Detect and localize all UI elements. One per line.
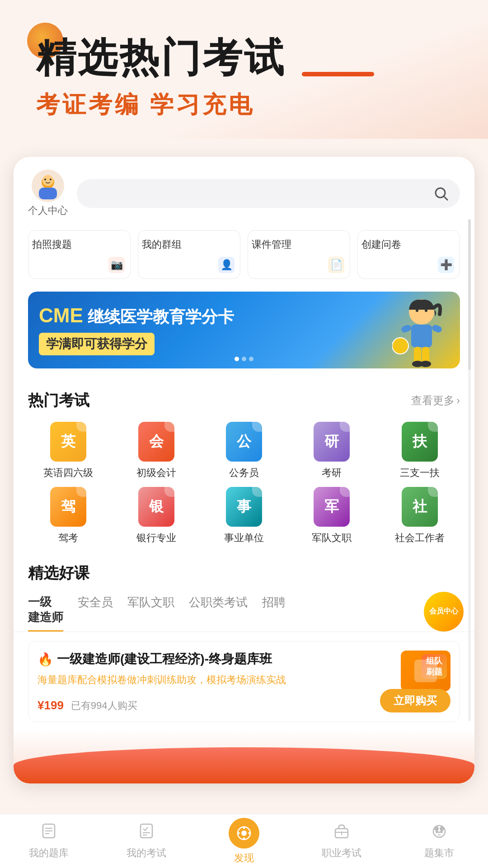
photo-label: 拍照搜题: [32, 238, 72, 251]
exam-label-institution: 事业单位: [224, 531, 264, 545]
quick-action-photo[interactable]: 拍照搜题 📷: [28, 230, 131, 279]
quick-actions: 拍照搜题 📷 我的群组 👤 课件管理 📄 创建问卷 ➕: [14, 225, 474, 288]
doc-icon: 📄: [328, 257, 344, 273]
exam-icon-sanzhiyifu: 扶: [402, 422, 438, 462]
exam-item-military[interactable]: 军 军队文职: [305, 487, 358, 545]
exam-item-accounting[interactable]: 会 初级会计: [130, 422, 183, 480]
wave-red: [14, 747, 474, 783]
exam-icon-civil: 公: [226, 422, 262, 462]
svg-point-16: [420, 361, 431, 367]
tab-public-exam[interactable]: 公职类考试: [189, 594, 248, 632]
exam-item-english[interactable]: 英 英语四六级: [42, 422, 94, 480]
good-courses-title: 精选好课: [28, 563, 89, 584]
exam-item-civil[interactable]: 公 公务员: [218, 422, 270, 480]
exam-label-postgrad: 考研: [322, 466, 342, 480]
hot-exams-title: 热门考试: [28, 390, 89, 411]
app-header: 个人中心: [14, 157, 474, 225]
svg-point-5: [436, 188, 445, 198]
buy-now-button[interactable]: 立即购买: [380, 689, 450, 712]
svg-point-30: [238, 832, 240, 834]
search-bar[interactable]: [77, 179, 460, 208]
tab-military-civil[interactable]: 军队文职: [127, 594, 174, 632]
course-card[interactable]: 🔥 一级建造师(建设工程经济)-终身题库班 海量题库配合模拟卷做冲刺训练助攻，模…: [28, 641, 460, 722]
nav-career-exams[interactable]: 职业考试: [301, 822, 382, 860]
add-icon: ➕: [438, 257, 454, 273]
banner-subtitle: 学满即可获得学分: [46, 337, 147, 351]
discover-label: 发现: [234, 851, 254, 865]
svg-point-40: [438, 831, 440, 833]
course-name: 一级建造师(建设工程经济)-终身题库班: [57, 651, 394, 668]
hero-title: 精选热门考试: [36, 36, 461, 80]
quick-action-courseware[interactable]: 课件管理 📄: [248, 230, 350, 279]
quick-action-group[interactable]: 我的群组 👤: [138, 230, 240, 279]
my-exams-label: 我的考试: [127, 846, 166, 860]
career-exams-icon: [333, 822, 350, 844]
banner-title-text: 继续医学教育学分卡: [88, 307, 234, 326]
svg-point-31: [249, 832, 251, 834]
nav-discover[interactable]: 发现: [203, 818, 285, 865]
member-center-label: 会员中心: [429, 607, 458, 616]
banner[interactable]: CME 继续医学教育学分卡 学满即可获得学分: [28, 292, 460, 368]
nav-my-questions[interactable]: 我的题库: [8, 822, 89, 860]
good-courses-header: 精选好课: [14, 559, 474, 591]
svg-point-1: [42, 175, 53, 186]
my-exams-icon: [138, 822, 155, 844]
exam-icon-english: 英: [50, 422, 86, 462]
app-card: 个人中心 拍照搜题 📷 我的群组 👤 课件管理 📄 创建问卷 ➕: [14, 157, 474, 784]
course-card-top: 🔥 一级建造师(建设工程经济)-终身题库班 海量题库配合模拟卷做冲刺训练助攻，模…: [38, 651, 450, 691]
svg-point-39: [440, 830, 443, 833]
svg-point-9: [425, 309, 427, 312]
banner-subtitle-box: 学满即可获得学分: [39, 333, 155, 355]
member-center-badge[interactable]: 会员中心: [424, 592, 464, 632]
avatar: [32, 170, 64, 202]
svg-rect-11: [400, 324, 412, 333]
exam-grid-row1: 英 英语四六级 会 初级会计 公 公务员 研 考研 扶 三支一扶: [14, 418, 474, 483]
banner-title: CME 继续医学教育学分卡: [39, 304, 234, 328]
exam-item-postgrad[interactable]: 研 考研: [305, 422, 358, 480]
svg-rect-18: [414, 660, 437, 682]
svg-point-2: [44, 179, 46, 180]
exam-item-driving[interactable]: 驾 驾考: [42, 487, 94, 545]
discover-icon: [229, 818, 259, 849]
question-market-icon: [431, 822, 448, 844]
scrollbar-thumb: [468, 219, 471, 370]
svg-point-37: [440, 826, 444, 831]
exam-grid-row2: 驾 驾考 银 银行专业 事 事业单位 军 军队文职 社 社会工作者: [14, 483, 474, 548]
camera-icon: 📷: [108, 257, 125, 273]
exam-item-sanzhiyifu[interactable]: 扶 三支一扶: [394, 422, 446, 480]
svg-point-8: [416, 309, 418, 312]
group-label: 我的群组: [142, 238, 182, 251]
tab-first-constructor[interactable]: 一级建造师: [28, 594, 63, 632]
see-more-button[interactable]: 查看更多 ›: [411, 393, 460, 408]
title-underline: [302, 72, 374, 76]
exam-label-sanzhiyifu: 三支一扶: [400, 466, 440, 480]
nav-question-market[interactable]: 题集市: [399, 822, 480, 860]
tab-safety[interactable]: 安全员: [78, 594, 113, 632]
svg-point-28: [243, 826, 245, 829]
my-questions-icon: [40, 822, 57, 844]
search-icon: [433, 185, 449, 202]
exam-label-driving: 驾考: [58, 531, 78, 545]
svg-point-27: [241, 830, 247, 836]
exam-label-accounting: 初级会计: [136, 466, 176, 480]
scrollbar-track[interactable]: [468, 219, 471, 721]
exam-label-social: 社会工作者: [395, 531, 445, 545]
exam-item-institution[interactable]: 事 事业单位: [218, 487, 270, 545]
svg-point-17: [392, 338, 408, 354]
course-fire-icon: 🔥: [38, 652, 53, 667]
exam-icon-postgrad: 研: [314, 422, 350, 462]
svg-rect-10: [411, 325, 432, 347]
avatar-wrap[interactable]: 个人中心: [28, 170, 68, 217]
exam-item-social[interactable]: 社 社会工作者: [394, 487, 446, 545]
tab-recruitment[interactable]: 招聘: [262, 594, 286, 632]
avatar-label: 个人中心: [28, 204, 68, 217]
svg-rect-4: [39, 188, 57, 199]
exam-item-banking[interactable]: 银 银行专业: [130, 487, 183, 545]
survey-label: 创建问卷: [361, 238, 401, 251]
svg-rect-12: [431, 324, 442, 333]
svg-point-38: [436, 830, 438, 833]
my-questions-label: 我的题库: [29, 846, 69, 860]
course-thumb: 组队刷题: [401, 651, 450, 691]
quick-action-survey[interactable]: 创建问卷 ➕: [357, 230, 460, 279]
nav-my-exams[interactable]: 我的考试: [106, 822, 187, 860]
